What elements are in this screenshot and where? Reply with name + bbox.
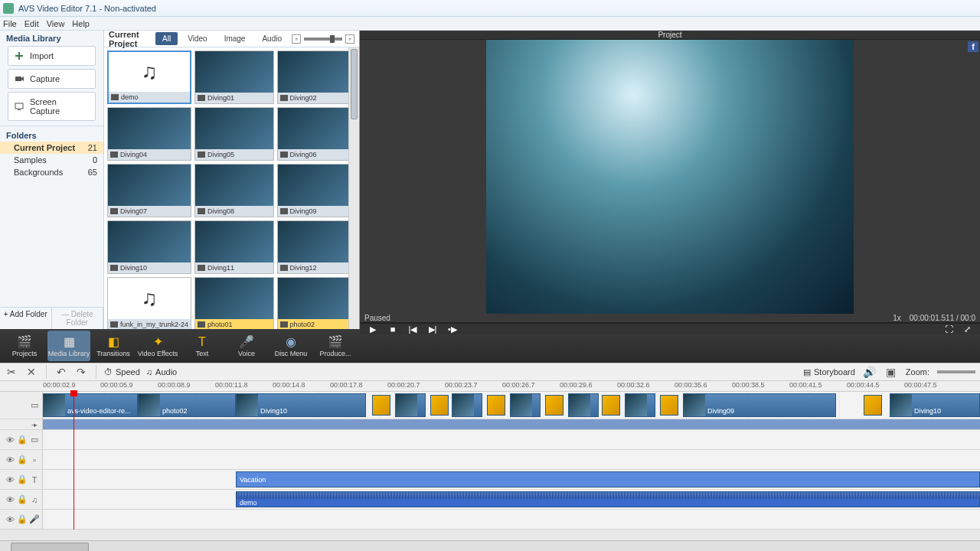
video-clip[interactable]	[568, 393, 599, 417]
media-thumb[interactable]: Diving02	[277, 51, 356, 104]
media-thumb[interactable]: Diving01	[194, 51, 273, 104]
video-clip[interactable]: photo02	[138, 393, 236, 417]
folder-backgrounds[interactable]: Backgrounds 65	[0, 166, 103, 178]
thumb-zoom-slider[interactable]	[304, 37, 342, 41]
stop-button[interactable]: ■	[387, 324, 398, 334]
video-clip[interactable]: Diving10	[236, 393, 366, 417]
folder-samples[interactable]: Samples 0	[0, 154, 103, 166]
tab-image[interactable]: Image	[217, 32, 253, 45]
media-thumb[interactable]: photo02	[277, 277, 356, 329]
fullscreen-button[interactable]: ⤢	[962, 324, 972, 334]
disc-menu-mode-button[interactable]: ◉Disc Menu	[270, 331, 312, 361]
produce-button[interactable]: 🎬Produce...	[314, 331, 357, 361]
media-thumb[interactable]: Diving07	[107, 164, 191, 217]
redo-button[interactable]: ↷	[74, 365, 88, 379]
lock-icon[interactable]: 🔒	[18, 435, 27, 445]
prev-frame-button[interactable]: |◀	[407, 324, 418, 334]
add-folder-button[interactable]: + Add Folder	[0, 308, 52, 329]
browser-scrollbar[interactable]	[348, 47, 359, 329]
media-thumb[interactable]: Diving12	[277, 220, 356, 274]
folder-current-project[interactable]: Current Project 21	[0, 142, 103, 154]
audio-track-content[interactable]: demo	[43, 490, 980, 509]
video-effects-mode-button[interactable]: ✦Video Effects	[136, 331, 179, 361]
timeline-ruler[interactable]: 00:00:02.900:00:05.900:00:08.900:00:11.8…	[0, 381, 980, 392]
voice-mode-button[interactable]: 🎤Voice	[225, 331, 268, 361]
lock-icon[interactable]: 🔒	[18, 455, 27, 465]
lock-icon[interactable]: 🔒	[18, 515, 27, 524]
storyboard-toggle[interactable]: ▤Storyboard	[803, 367, 855, 377]
transition-clip[interactable]	[864, 395, 882, 416]
thumb-zoom-out-button[interactable]: ▫	[292, 34, 301, 44]
eye-icon[interactable]: 👁	[5, 515, 15, 524]
transition-clip[interactable]	[660, 395, 678, 416]
media-library-mode-button[interactable]: ▦Media Library	[47, 331, 90, 361]
media-thumb[interactable]: photo01	[194, 277, 273, 329]
transition-clip[interactable]	[372, 395, 390, 416]
volume-icon[interactable]: 🔊	[863, 365, 877, 379]
audio-button[interactable]: ♫Audio	[146, 367, 177, 377]
text-clip[interactable]: Vacation	[236, 471, 980, 487]
delete-folder-button[interactable]: — Delete Folder	[52, 308, 104, 329]
preview-viewport[interactable]: f	[360, 40, 980, 314]
menu-file[interactable]: File	[3, 19, 17, 28]
fit-icon[interactable]: ▣	[884, 365, 898, 379]
media-thumb[interactable]: ♫demo	[107, 51, 191, 104]
transition-clip[interactable]	[430, 395, 449, 416]
text-mode-button[interactable]: TText	[181, 331, 224, 361]
timeline-h-scrollbar[interactable]	[0, 540, 980, 551]
snapshot-button[interactable]: ⛶	[943, 324, 954, 334]
media-thumb[interactable]: Diving04	[107, 107, 191, 161]
eye-icon[interactable]: 👁	[5, 475, 15, 484]
tab-video[interactable]: Video	[181, 32, 214, 45]
lock-icon[interactable]: 🔒	[18, 495, 27, 504]
media-thumb[interactable]: ♫funk_in_my_trunk2-24	[107, 277, 191, 329]
effects-track-content[interactable]	[43, 450, 980, 469]
transition-clip[interactable]	[545, 395, 564, 416]
media-thumb[interactable]: Diving05	[194, 107, 273, 161]
video-clip[interactable]	[395, 393, 426, 417]
tab-audio[interactable]: Audio	[255, 32, 289, 45]
media-thumb[interactable]: Diving08	[194, 164, 273, 217]
video-clip[interactable]	[625, 393, 655, 417]
media-thumb[interactable]: Diving11	[194, 220, 273, 274]
video-clip[interactable]	[452, 393, 482, 417]
undo-button[interactable]: ↶	[54, 365, 68, 379]
tab-all[interactable]: All	[155, 32, 178, 45]
video-clip[interactable]: avs-video-editor-re...	[43, 393, 138, 417]
projects-mode-button[interactable]: 🎬Projects	[3, 331, 46, 361]
split-tool-icon[interactable]: ✂	[5, 365, 18, 379]
capture-button[interactable]: Capture	[8, 69, 96, 89]
facebook-icon[interactable]: f	[968, 41, 978, 52]
media-thumb[interactable]: Diving10	[107, 220, 191, 274]
menu-help[interactable]: Help	[72, 19, 90, 28]
video-track-content[interactable]: avs-video-editor-re... photo02 Diving10 …	[43, 392, 980, 419]
timeline-zoom-slider[interactable]	[937, 370, 975, 373]
transitions-mode-button[interactable]: ◧Transitions	[92, 331, 135, 361]
next-frame-button[interactable]: ▶|	[427, 324, 438, 334]
eye-icon[interactable]: 👁	[5, 495, 15, 504]
video-clip[interactable]	[510, 393, 541, 417]
thumb-zoom-in-button[interactable]: ▫	[345, 34, 354, 44]
audio-clip[interactable]: demo	[236, 491, 980, 507]
play-button[interactable]: ▶	[368, 324, 378, 334]
media-thumb[interactable]: Diving06	[277, 107, 356, 161]
transition-clip[interactable]	[602, 395, 620, 416]
transition-clip[interactable]	[487, 395, 505, 416]
menu-view[interactable]: View	[47, 19, 65, 28]
import-button[interactable]: Import	[8, 46, 96, 66]
speed-button[interactable]: ⏱Speed	[104, 367, 140, 377]
overlay-track-content[interactable]	[43, 430, 980, 449]
delete-button[interactable]: ✕	[24, 365, 38, 379]
preview-scrubber[interactable]	[360, 322, 980, 324]
expand-icon[interactable]: -▸	[30, 420, 39, 429]
eye-icon[interactable]: 👁	[5, 455, 15, 465]
playhead[interactable]	[74, 392, 74, 530]
video-clip[interactable]: Diving10	[890, 393, 980, 417]
video-clip[interactable]: Diving09	[683, 393, 836, 417]
media-thumb[interactable]: Diving09	[277, 164, 356, 217]
screen-capture-button[interactable]: Screen Capture	[8, 92, 96, 121]
lock-icon[interactable]: 🔒	[18, 475, 27, 484]
text-track-content[interactable]: Vacation	[43, 470, 980, 489]
menu-edit[interactable]: Edit	[24, 19, 39, 28]
voice-track-content[interactable]	[43, 510, 980, 529]
